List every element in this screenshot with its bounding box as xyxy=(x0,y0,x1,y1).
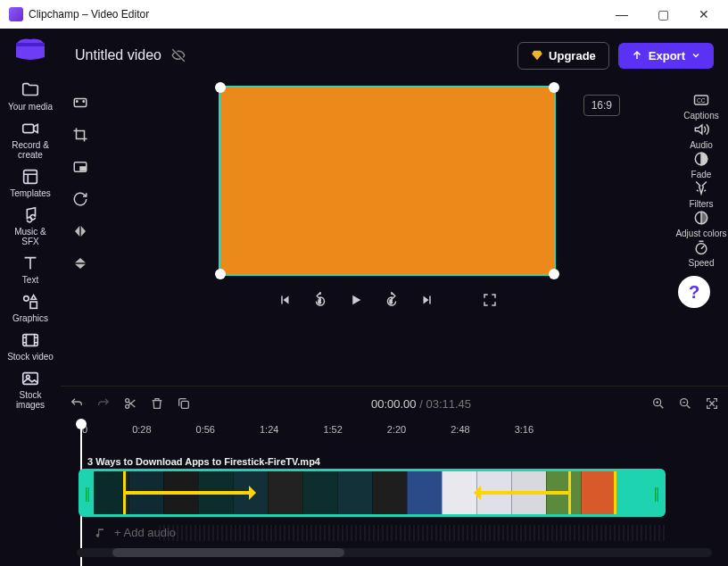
zoom-fit-icon[interactable] xyxy=(705,396,719,411)
clipchamp-logo-icon xyxy=(14,36,46,61)
duplicate-icon[interactable] xyxy=(177,396,191,411)
clip-thumb xyxy=(94,471,128,514)
clip-thumb xyxy=(337,471,372,514)
upgrade-button[interactable]: Upgrade xyxy=(517,42,609,70)
redo-icon[interactable] xyxy=(96,396,111,411)
timecode: 00:00.00 / 03:11.45 xyxy=(203,397,639,411)
visibility-off-icon[interactable] xyxy=(170,47,186,63)
svg-point-19 xyxy=(696,244,707,254)
nav-label: Music & SFX xyxy=(5,227,55,246)
timeline-ruler[interactable]: 00:280:561:241:522:202:483:16 xyxy=(82,424,719,435)
aspect-ratio-button[interactable]: 16:9 xyxy=(583,95,620,116)
panel-filters[interactable]: Filters xyxy=(675,179,726,209)
rotate-icon[interactable] xyxy=(72,191,88,207)
clip-thumb xyxy=(407,471,442,514)
canvas[interactable]: 16:9 xyxy=(219,86,556,276)
nav-record[interactable]: Record & create xyxy=(5,115,55,163)
music-icon xyxy=(21,205,40,225)
nav-your-media[interactable]: Your media xyxy=(5,77,55,115)
panel-fade[interactable]: Fade xyxy=(675,150,726,179)
clip-thumb xyxy=(372,471,407,514)
nav-label: Your media xyxy=(8,102,53,112)
scrollbar-grip[interactable] xyxy=(112,548,344,557)
video-clip[interactable]: ‖ ‖ xyxy=(79,469,666,517)
svg-point-3 xyxy=(24,296,29,302)
clip-thumb xyxy=(268,471,302,514)
svg-text:5: 5 xyxy=(318,299,321,304)
play-icon[interactable] xyxy=(348,292,364,308)
text-icon xyxy=(21,254,40,273)
resize-handle-tl[interactable] xyxy=(215,82,226,93)
panel-captions[interactable]: CCCaptions xyxy=(675,91,726,121)
ruler-tick: 1:24 xyxy=(260,424,278,435)
close-button[interactable]: ✕ xyxy=(683,0,724,29)
project-title[interactable]: Untitled video xyxy=(75,47,161,63)
skip-back-icon[interactable] xyxy=(277,292,293,308)
annotation-arrow-right xyxy=(479,491,568,495)
timeline: 00:00.00 / 03:11.45 00:280:561:241:522:2… xyxy=(61,386,728,566)
panel-label: Adjust colors xyxy=(675,229,726,238)
nav-stock-images[interactable]: Stock images xyxy=(5,365,55,413)
app-shell: Your mediaRecord & createTemplatesMusic … xyxy=(0,29,728,566)
export-button[interactable]: Export xyxy=(618,43,714,69)
titlebar: Clipchamp – Video Editor ― ▢ ✕ xyxy=(0,0,728,29)
crop-icon[interactable] xyxy=(72,127,88,143)
fill-icon[interactable] xyxy=(72,95,88,111)
preview: 16:9 5 5 ? xyxy=(100,82,674,386)
delete-icon[interactable] xyxy=(150,396,164,411)
topbar: Untitled video Upgrade Export xyxy=(61,29,728,82)
export-label: Export xyxy=(649,49,685,62)
panel-label: Filters xyxy=(689,199,713,209)
zoom-out-icon[interactable] xyxy=(678,396,692,411)
svg-rect-5 xyxy=(23,335,38,346)
audio-icon xyxy=(692,121,710,138)
filters-icon xyxy=(692,179,710,197)
nav-templates[interactable]: Templates xyxy=(5,163,55,202)
clip-trim-left[interactable]: ‖ xyxy=(81,471,94,514)
rewind-5-icon[interactable]: 5 xyxy=(312,292,328,308)
ruler-tick: 3:16 xyxy=(515,424,534,435)
panel-audio[interactable]: Audio xyxy=(675,121,726,150)
svg-rect-2 xyxy=(24,171,37,184)
resize-handle-tr[interactable] xyxy=(549,82,559,93)
stock-video-icon xyxy=(21,330,40,350)
nav-stock-video[interactable]: Stock video xyxy=(5,327,55,365)
graphics-icon xyxy=(21,292,40,312)
annotation-arrow-left xyxy=(126,491,251,495)
captions-icon: CC xyxy=(692,91,710,109)
clip-trim-right[interactable]: ‖ xyxy=(650,471,663,514)
help-button[interactable]: ? xyxy=(678,276,710,308)
flip-horizontal-icon[interactable] xyxy=(72,223,88,239)
maximize-button[interactable]: ▢ xyxy=(642,0,683,29)
skip-forward-icon[interactable] xyxy=(419,292,435,308)
ruler-tick: 0:56 xyxy=(196,424,215,435)
diamond-icon xyxy=(531,49,543,62)
nav-music[interactable]: Music & SFX xyxy=(5,202,55,250)
minimize-button[interactable]: ― xyxy=(601,0,642,29)
svg-rect-22 xyxy=(181,401,188,408)
resize-handle-br[interactable] xyxy=(549,269,559,279)
nav-text[interactable]: Text xyxy=(5,250,55,288)
svg-rect-0 xyxy=(16,43,45,46)
svg-text:5: 5 xyxy=(390,299,393,304)
flip-vertical-icon[interactable] xyxy=(72,255,88,271)
forward-5-icon[interactable]: 5 xyxy=(384,292,400,308)
timecode-current: 00:00.00 xyxy=(371,397,417,411)
transport-bar: 5 5 ? xyxy=(100,292,674,308)
nav-graphics[interactable]: Graphics xyxy=(5,288,55,327)
chevron-down-icon xyxy=(691,50,701,61)
fullscreen-icon[interactable] xyxy=(482,292,498,308)
svg-rect-12 xyxy=(80,167,85,171)
resize-handle-bl[interactable] xyxy=(215,269,226,279)
split-icon[interactable] xyxy=(123,396,137,411)
music-note-icon xyxy=(95,527,107,539)
speed-icon xyxy=(692,238,710,256)
ruler-tick: 2:48 xyxy=(451,424,469,435)
undo-icon[interactable] xyxy=(70,396,84,411)
panel-speed[interactable]: Speed xyxy=(675,238,726,268)
pip-icon[interactable] xyxy=(72,159,88,175)
panel-adjust[interactable]: Adjust colors xyxy=(675,209,726,238)
timeline-scrollbar[interactable] xyxy=(77,548,712,557)
zoom-in-icon[interactable] xyxy=(651,396,666,411)
add-audio-button[interactable]: + Add audio xyxy=(95,526,719,539)
